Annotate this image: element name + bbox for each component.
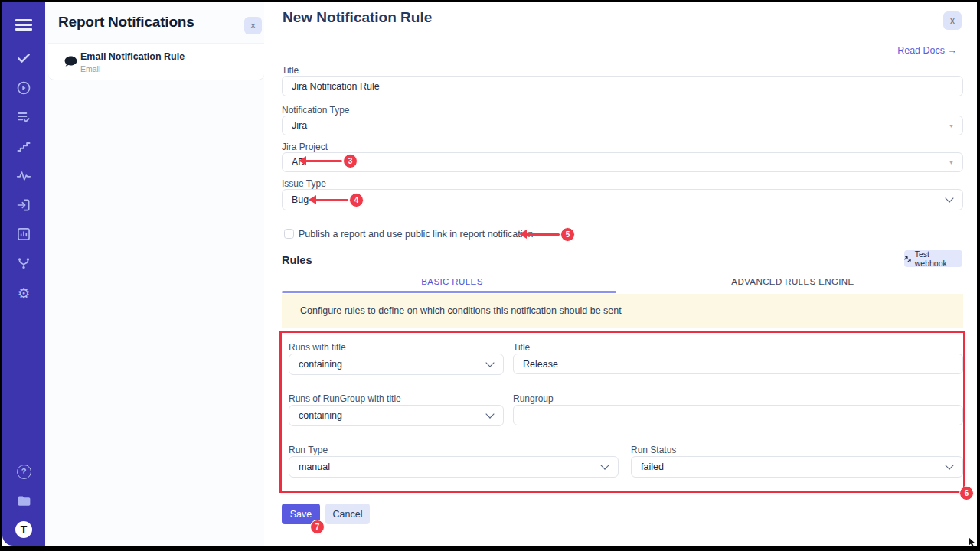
- chat-bubble-icon: [64, 54, 78, 72]
- page-title: New Notification Rule: [283, 9, 432, 26]
- app-window: ⚙ ? T Report Notifications × Email Notif…: [2, 2, 977, 546]
- notification-type-label: Notification Type: [282, 105, 350, 116]
- list-check-icon[interactable]: [2, 108, 45, 126]
- run-type-value: manual: [299, 461, 330, 472]
- run-status-label: Run Status: [631, 445, 676, 455]
- runs-with-title-label: Runs with title: [289, 342, 346, 353]
- annotation-badge-6: 6: [959, 486, 974, 500]
- issue-type-label: Issue Type: [282, 178, 326, 189]
- title-label: Title: [282, 65, 299, 76]
- main-content: New Notification Rule x Read Docs → Titl…: [264, 2, 977, 546]
- notification-type-value: Jira: [292, 120, 307, 131]
- report-notifications-panel: Report Notifications × Email Notificatio…: [45, 2, 265, 546]
- test-webhook-label: Test webhook: [915, 249, 962, 268]
- run-status-value: failed: [641, 461, 664, 472]
- webhook-arrows-icon: [904, 255, 912, 262]
- issue-type-select[interactable]: Bug: [282, 189, 963, 210]
- annotation-line-5: [526, 233, 560, 236]
- chevron-down-icon: [600, 461, 609, 469]
- annotation-badge-4: 4: [349, 193, 364, 207]
- branch-icon[interactable]: [2, 254, 45, 272]
- notification-type-select[interactable]: Jira ▼: [282, 116, 963, 135]
- help-glyph: ?: [17, 465, 31, 479]
- panel-title: Report Notifications: [58, 14, 194, 31]
- gear-icon[interactable]: ⚙: [2, 284, 45, 302]
- t-logo: T: [2, 520, 45, 539]
- t-logo-letter: T: [15, 521, 32, 538]
- publish-report-label: Publish a report and use public link in …: [299, 229, 533, 240]
- help-icon[interactable]: ?: [2, 462, 45, 481]
- annotation-line-3: [305, 160, 342, 163]
- jira-project-select[interactable]: AD ▼: [282, 152, 963, 172]
- runs-with-title-select[interactable]: containing: [289, 354, 504, 375]
- run-status-select[interactable]: failed: [631, 456, 963, 478]
- annotation-line-4: [315, 199, 348, 202]
- rungroup-input[interactable]: [513, 405, 963, 425]
- cancel-button[interactable]: Cancel: [325, 504, 370, 524]
- read-docs-link[interactable]: Read Docs →: [897, 45, 957, 57]
- rule-title-label: Title: [513, 342, 530, 353]
- hamburger-menu-icon[interactable]: [2, 15, 45, 34]
- rungroup-cond-value: containing: [299, 410, 342, 421]
- tab-basic-rules[interactable]: BASIC RULES: [282, 271, 622, 293]
- chevron-down-icon: [945, 461, 953, 469]
- run-type-select[interactable]: manual: [289, 456, 619, 478]
- rules-tabs: BASIC RULES ADVANCED RULES ENGINE: [282, 271, 963, 293]
- annotation-badge-7: 7: [310, 520, 325, 534]
- notification-rule-list-item[interactable]: Email Notification Rule Email: [48, 43, 264, 80]
- hamburger-bars: [15, 19, 32, 31]
- annotation-badge-3: 3: [343, 154, 358, 168]
- mouse-cursor: [969, 537, 978, 548]
- panel-close-button[interactable]: ×: [244, 17, 262, 34]
- issue-type-value: Bug: [292, 194, 309, 205]
- title-input[interactable]: [282, 76, 963, 96]
- activity-pulse-icon[interactable]: [2, 167, 45, 185]
- chevron-down-icon: [945, 194, 953, 202]
- test-webhook-button[interactable]: Test webhook: [904, 250, 962, 267]
- steps-icon[interactable]: [2, 138, 45, 156]
- rungroup-cond-select[interactable]: containing: [289, 405, 504, 426]
- run-type-label: Run Type: [289, 445, 328, 455]
- list-item-subtitle: Email: [80, 64, 100, 73]
- select-caret-icon: ▼: [949, 123, 954, 129]
- gear-glyph: ⚙: [17, 286, 30, 301]
- play-circle-icon[interactable]: [2, 79, 45, 97]
- jira-project-label: Jira Project: [282, 142, 328, 152]
- check-icon[interactable]: [2, 49, 45, 67]
- runs-with-title-value: containing: [299, 359, 342, 370]
- folder-icon[interactable]: [2, 491, 45, 510]
- chevron-down-icon: [485, 409, 494, 418]
- rules-info-banner: Configure rules to define on which condi…: [282, 294, 963, 328]
- active-tab-underline: [282, 291, 616, 293]
- rungroup-cond-label: Runs of RunGroup with title: [289, 393, 401, 404]
- main-close-button[interactable]: x: [943, 11, 962, 30]
- select-caret-icon: ▼: [949, 160, 954, 165]
- tab-advanced-rules-engine[interactable]: ADVANCED RULES ENGINE: [622, 271, 963, 293]
- publish-report-checkbox[interactable]: [284, 229, 294, 239]
- annotation-badge-5: 5: [560, 227, 575, 242]
- chevron-down-icon: [485, 358, 494, 367]
- rules-heading: Rules: [282, 254, 312, 266]
- import-icon[interactable]: [2, 196, 45, 214]
- bar-chart-icon[interactable]: [2, 225, 45, 243]
- list-item-title: Email Notification Rule: [80, 51, 185, 62]
- sidebar: ⚙ ? T: [2, 2, 45, 546]
- main-header: New Notification Rule x: [264, 2, 977, 37]
- rule-title-input[interactable]: [513, 354, 963, 374]
- rungroup-label: Rungroup: [513, 393, 554, 404]
